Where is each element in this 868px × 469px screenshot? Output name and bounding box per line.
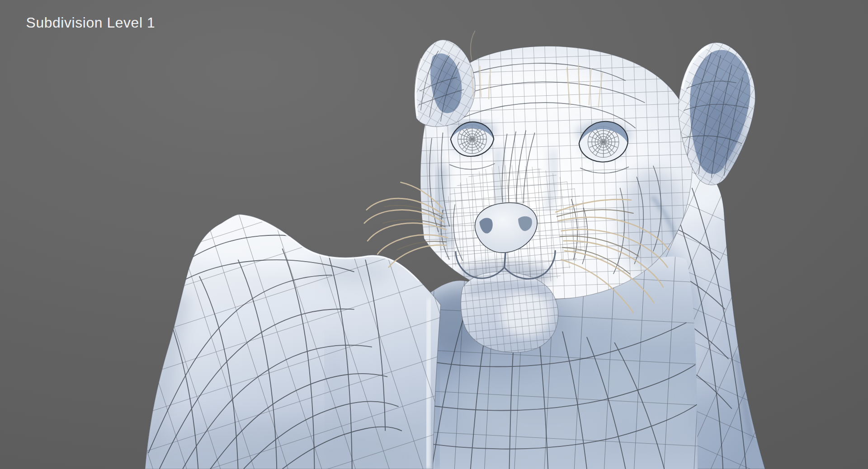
chin [461,272,558,352]
wireframe-render: Subdivision Level 1 [0,0,868,469]
subdivision-level-label: Subdivision Level 1 [26,14,156,31]
render-viewport: Subdivision Level 1 [0,0,868,469]
